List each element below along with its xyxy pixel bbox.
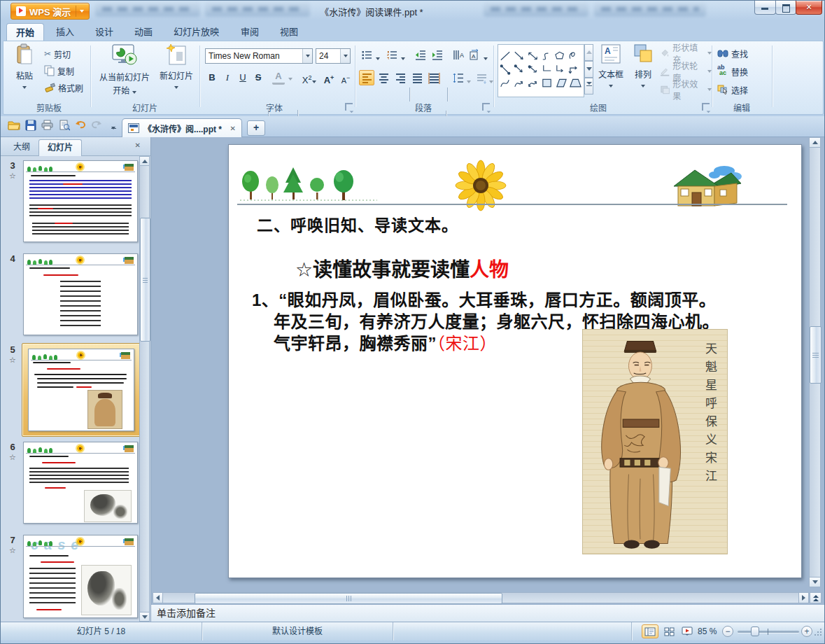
slide-sorter-view-button[interactable] xyxy=(661,624,677,638)
tab-home[interactable]: 开始 xyxy=(6,23,44,41)
paragraph-spacing-button[interactable] xyxy=(474,70,489,85)
tab-animation[interactable]: 动画 xyxy=(125,23,162,41)
find-button[interactable]: 查找 xyxy=(717,46,748,60)
resize-grip[interactable] xyxy=(815,628,823,636)
minimize-button[interactable] xyxy=(754,1,776,15)
panel-scroll-down-icon[interactable] xyxy=(139,612,150,622)
shape-outline-button[interactable]: 形状轮廓 xyxy=(660,64,712,78)
print-button[interactable] xyxy=(40,120,55,134)
close-button[interactable]: ✕ xyxy=(796,1,822,15)
bullets-button[interactable] xyxy=(359,47,374,62)
bold-button[interactable]: B xyxy=(205,70,219,85)
slide-thumbnail-6[interactable] xyxy=(23,442,138,524)
tab-insert[interactable]: 插入 xyxy=(47,23,83,41)
gallery-more-icon[interactable] xyxy=(584,78,593,94)
slideshow-view-button[interactable] xyxy=(679,624,696,638)
slide-thumbnail-5[interactable] xyxy=(28,349,134,431)
superscript-button[interactable]: X2 xyxy=(302,70,317,85)
blurred-tab[interactable] xyxy=(95,3,200,17)
print-preview-button[interactable] xyxy=(57,120,71,134)
tab-design[interactable]: 设计 xyxy=(86,23,122,41)
shape-effects-button[interactable]: 形状效果 xyxy=(660,83,712,97)
new-slide-button[interactable]: 新幻灯片 xyxy=(156,43,197,101)
scroll-right-icon[interactable] xyxy=(798,592,809,603)
underline-button[interactable]: U xyxy=(236,70,250,85)
character-rotation-button[interactable]: A xyxy=(467,47,482,62)
format-painter-button[interactable]: 格式刷 xyxy=(44,80,83,94)
redo-button[interactable] xyxy=(89,120,104,134)
songjiang-painting[interactable]: 天魁星呼保义宋江 xyxy=(582,329,728,554)
italic-button[interactable]: I xyxy=(220,70,234,85)
paste-button[interactable]: 粘贴 xyxy=(9,43,40,101)
rotation-dropdown[interactable] xyxy=(482,50,489,65)
blurred-tab[interactable] xyxy=(594,3,706,17)
chevron-down-icon[interactable] xyxy=(340,49,350,63)
maximize-button[interactable] xyxy=(775,1,796,15)
animation-star-icon[interactable]: ☆ xyxy=(6,546,19,555)
open-button[interactable] xyxy=(6,120,21,134)
new-document-tab-button[interactable]: + xyxy=(247,120,265,136)
slide-canvas[interactable]: 二、呼唤旧知、导读文本。 ☆读懂故事就要读懂人物 1、“眼如丹凤，眉似卧蚕。大耳… xyxy=(228,144,802,578)
line-spacing-button[interactable] xyxy=(450,70,465,85)
font-color-dropdown[interactable] xyxy=(286,70,295,85)
bullets-dropdown[interactable] xyxy=(374,50,381,65)
font-color-button[interactable]: A xyxy=(272,70,285,85)
gallery-up-icon[interactable] xyxy=(584,44,593,61)
slide-subtitle[interactable]: ☆读懂故事就要读懂人物 xyxy=(295,254,509,282)
panel-scrollbar-thumb[interactable] xyxy=(140,218,150,342)
animation-star-icon[interactable]: ☆ xyxy=(6,356,19,365)
copy-button[interactable]: 复制 xyxy=(44,64,74,78)
numbering-dropdown[interactable] xyxy=(400,50,407,65)
textbox-button[interactable]: A 文本框 xyxy=(595,43,626,101)
slide-thumbnail-4[interactable] xyxy=(23,253,138,335)
undo-button[interactable] xyxy=(73,120,88,134)
scroll-down-icon[interactable] xyxy=(809,577,821,587)
scroll-left-icon[interactable] xyxy=(153,592,163,603)
arrange-button[interactable]: 排列 xyxy=(628,43,658,101)
tab-slides[interactable]: 幻灯片 xyxy=(38,139,82,156)
align-center-button[interactable] xyxy=(376,70,391,85)
tab-review[interactable]: 审阅 xyxy=(232,23,268,41)
tab-view[interactable]: 视图 xyxy=(271,23,307,41)
vertical-scrollbar-thumb[interactable] xyxy=(810,326,822,384)
replace-button[interactable]: ab ac 替换 xyxy=(717,64,748,78)
gallery-down-icon[interactable] xyxy=(584,61,593,78)
zoom-percentage[interactable]: 85 % xyxy=(698,622,717,640)
tab-outline[interactable]: 大纲 xyxy=(5,139,38,155)
line-spacing-dropdown[interactable] xyxy=(465,73,472,88)
paragraph-dialog-launcher-icon[interactable] xyxy=(482,103,490,111)
zoom-slider-track[interactable] xyxy=(738,631,799,633)
animation-star-icon[interactable]: ☆ xyxy=(6,453,19,462)
slide-body-line1[interactable]: 1、“眼如丹凤，眉似卧蚕。大耳垂珠，唇口方正。额阔顶平。 xyxy=(252,286,716,311)
align-left-button[interactable] xyxy=(359,70,374,85)
align-right-button[interactable] xyxy=(393,70,408,85)
zoom-out-button[interactable]: − xyxy=(722,626,733,637)
cut-button[interactable]: ✂ 剪切 xyxy=(44,47,71,61)
blurred-tab[interactable] xyxy=(484,3,588,17)
scroll-up-icon[interactable] xyxy=(809,137,821,148)
tab-slideshow[interactable]: 幻灯片放映 xyxy=(164,23,228,41)
play-from-current-slide-button[interactable]: 从当前幻灯片 开始 xyxy=(96,43,153,101)
slide-thumbnail-3[interactable] xyxy=(23,160,138,242)
previous-slide-button[interactable] xyxy=(810,592,822,603)
slide-title[interactable]: 二、呼唤旧知、导读文本。 xyxy=(257,212,458,236)
close-document-icon[interactable]: ✕ xyxy=(230,125,236,132)
slide-thumbnail-7[interactable]: case xyxy=(23,535,138,618)
shape-gallery[interactable] xyxy=(498,44,584,97)
strikethrough-button[interactable]: S xyxy=(251,70,265,85)
font-name-combobox[interactable]: Times New Roman xyxy=(205,48,313,64)
wps-app-menu-button[interactable]: WPS 演示 xyxy=(10,3,90,20)
notes-pane[interactable]: 单击添加备注 xyxy=(151,604,825,622)
panel-scroll-up-icon[interactable] xyxy=(139,156,150,166)
document-tab[interactable]: 《水浒传》阅....ppt * ✕ xyxy=(122,118,242,137)
decrease-indent-button[interactable] xyxy=(412,47,428,62)
animation-star-icon[interactable]: ☆ xyxy=(6,172,19,181)
slide-editor-area[interactable]: 二、呼唤旧知、导读文本。 ☆读懂故事就要读懂人物 1、“眼如丹凤，眉似卧蚕。大耳… xyxy=(151,137,825,604)
shape-fill-button[interactable]: 形状填充 xyxy=(660,46,712,60)
close-panel-icon[interactable]: ✕ xyxy=(135,141,141,149)
toolbar-options-icon[interactable] xyxy=(108,120,118,134)
decrease-font-button[interactable]: A− xyxy=(338,70,353,85)
distribute-button[interactable] xyxy=(426,70,442,85)
text-direction-button[interactable]: A xyxy=(450,47,465,62)
font-dialog-launcher-icon[interactable] xyxy=(345,103,353,111)
